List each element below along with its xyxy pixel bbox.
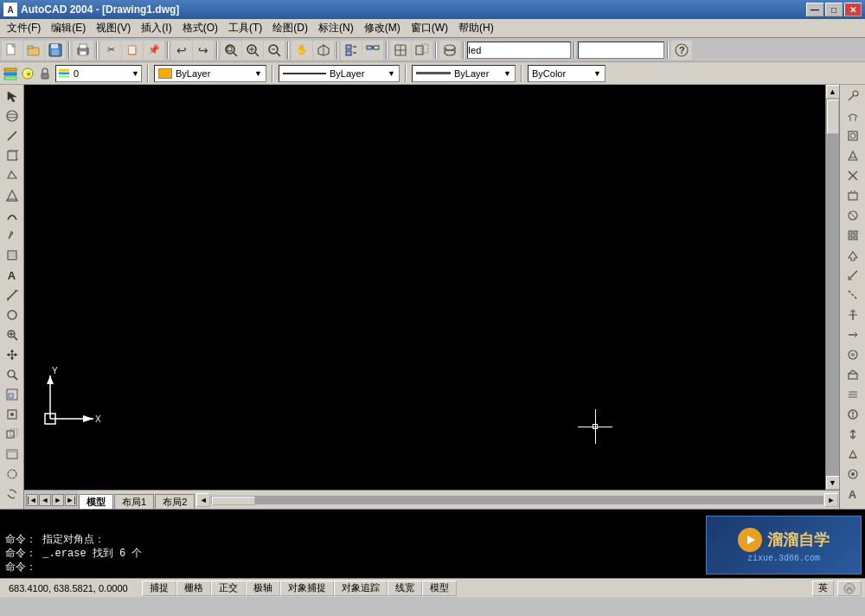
tab-layout1[interactable]: 布局1 <box>114 494 154 510</box>
lt-dsviewer[interactable] <box>3 425 22 444</box>
rt-modify14[interactable] <box>843 345 862 364</box>
rt-modify13[interactable] <box>843 325 862 344</box>
close-button[interactable]: ✕ <box>844 3 862 16</box>
tab-last-button[interactable]: ►| <box>65 494 77 506</box>
tb-properties[interactable] <box>341 41 362 60</box>
menu-tools[interactable]: 工具(T) <box>223 19 267 37</box>
layer-lock-icon[interactable] <box>38 67 52 80</box>
language-button[interactable]: 英 <box>812 581 834 596</box>
scroll-down-button[interactable]: ▼ <box>826 476 840 490</box>
lt-toolbar[interactable] <box>3 445 22 464</box>
layer-select[interactable]: 0 ▼ <box>55 65 142 82</box>
rt-modify17[interactable] <box>843 405 862 424</box>
tb-paste[interactable]: 📌 <box>144 41 164 60</box>
menu-help[interactable]: 帮助(H) <box>453 19 499 37</box>
ortho-button[interactable]: 正交 <box>211 581 246 596</box>
plotstyle-select[interactable]: ByColor ▼ <box>528 65 606 82</box>
lt-pick[interactable] <box>3 87 22 106</box>
tab-next-button[interactable]: ► <box>52 494 64 506</box>
lt-pencil[interactable] <box>3 226 22 245</box>
tb-zoom-realtime[interactable] <box>242 41 263 60</box>
menu-edit[interactable]: 编辑(E) <box>46 19 91 37</box>
menu-view[interactable]: 视图(V) <box>91 19 136 37</box>
lt-zoom-realtime[interactable] <box>3 325 22 344</box>
tb-copy[interactable]: 📋 <box>122 41 143 60</box>
lweight-button[interactable]: 线宽 <box>388 581 422 596</box>
polar-button[interactable]: 极轴 <box>246 581 280 596</box>
osnap-button[interactable]: 对象捕捉 <box>280 581 334 596</box>
tb-matchprop[interactable] <box>362 41 383 60</box>
color-select[interactable]: ByLayer ▼ <box>154 65 266 82</box>
rt-modify19[interactable] <box>843 445 862 464</box>
grid-button[interactable]: 栅格 <box>176 581 211 596</box>
rt-modify9[interactable] <box>843 246 862 265</box>
rt-text-modify[interactable]: A <box>843 484 862 504</box>
lt-redraw[interactable] <box>3 465 22 484</box>
rt-modify18[interactable] <box>843 425 862 444</box>
tab-prev-button[interactable]: ◄ <box>39 494 51 506</box>
tb-cut[interactable]: ✂ <box>100 41 121 60</box>
lt-box[interactable] <box>3 146 22 165</box>
menu-window[interactable]: 窗口(W) <box>406 19 453 37</box>
rt-modify11[interactable] <box>843 286 862 305</box>
tab-layout2[interactable]: 布局2 <box>155 494 195 510</box>
snap-button[interactable]: 捕捉 <box>142 581 176 596</box>
tb-xref[interactable] <box>412 41 432 60</box>
tab-first-button[interactable]: |◄ <box>26 494 38 506</box>
tb-help[interactable]: ? <box>671 41 692 60</box>
lt-line[interactable] <box>3 126 22 145</box>
maximize-button[interactable]: □ <box>825 3 843 16</box>
lineweight-select[interactable]: ByLayer ▼ <box>412 65 516 82</box>
menu-format[interactable]: 格式(O) <box>177 19 223 37</box>
tb-new[interactable] <box>2 41 22 60</box>
tb-block-insert[interactable] <box>390 41 411 60</box>
tb-zoom-window[interactable] <box>221 41 241 60</box>
tb-undo[interactable]: ↩ <box>171 41 192 60</box>
scroll-track-vertical[interactable] <box>826 99 840 476</box>
lt-arc[interactable] <box>3 206 22 225</box>
scroll-thumb-vertical[interactable] <box>827 99 839 134</box>
menu-insert[interactable]: 插入(I) <box>136 19 176 37</box>
tb-print[interactable] <box>73 41 93 60</box>
linetype-select[interactable]: ByLayer ▼ <box>279 65 400 82</box>
lt-regen[interactable] <box>3 484 22 504</box>
menu-draw[interactable]: 绘图(D) <box>267 19 313 37</box>
menu-dimension[interactable]: 标注(N) <box>313 19 359 37</box>
lt-distance[interactable] <box>3 286 22 305</box>
layer-manager-icon[interactable] <box>3 67 17 80</box>
rt-modify3[interactable] <box>843 126 862 145</box>
tb-3dview[interactable] <box>313 41 334 60</box>
scroll-up-button[interactable]: ▲ <box>826 85 840 99</box>
scroll-right-button[interactable]: ► <box>824 493 838 507</box>
lt-circle[interactable] <box>3 305 22 324</box>
lt-polyline[interactable] <box>3 166 22 185</box>
lt-zoom[interactable] <box>3 365 22 384</box>
lt-hatch[interactable] <box>3 246 22 265</box>
tb-open[interactable] <box>23 41 44 60</box>
lt-cone[interactable] <box>3 186 22 205</box>
scroll-track-horizontal[interactable] <box>211 496 823 504</box>
otrack-button[interactable]: 对象追踪 <box>334 581 388 596</box>
rt-modify1[interactable] <box>843 87 862 106</box>
minimize-button[interactable]: — <box>806 3 823 16</box>
rt-modify7[interactable] <box>843 206 862 225</box>
menu-file[interactable]: 文件(F) <box>2 19 46 37</box>
scroll-thumb-horizontal[interactable] <box>212 497 255 505</box>
rt-modify20[interactable] <box>843 465 862 484</box>
lt-text[interactable]: A <box>3 266 22 285</box>
rt-modify10[interactable] <box>843 266 862 285</box>
tb-pan[interactable]: ✋ <box>292 41 312 60</box>
drawing-canvas[interactable]: Y X <box>24 85 825 490</box>
rt-modify2[interactable] <box>843 106 862 125</box>
rt-modify8[interactable] <box>843 226 862 245</box>
tb-redo[interactable]: ↪ <box>193 41 214 60</box>
tb-save[interactable] <box>45 41 66 60</box>
model-button[interactable]: 模型 <box>422 581 457 596</box>
lt-snap[interactable] <box>3 405 22 424</box>
command-input-field[interactable] <box>467 42 571 59</box>
lt-pan[interactable] <box>3 345 22 364</box>
rt-modify16[interactable] <box>843 385 862 404</box>
zoom-scale-field[interactable] <box>578 42 664 59</box>
rt-modify4[interactable] <box>843 146 862 165</box>
rt-modify15[interactable] <box>843 365 862 384</box>
